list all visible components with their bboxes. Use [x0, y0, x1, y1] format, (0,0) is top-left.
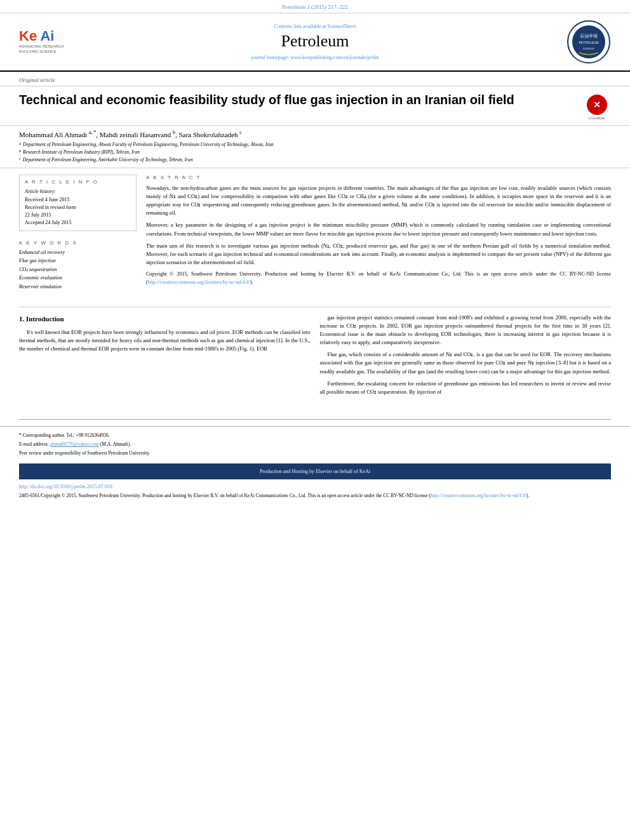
bottom-doi: http://dx.doi.org/10.1016/j.petlm.2015.0…: [0, 479, 630, 491]
keyword-5: Reservoir simulation: [19, 283, 137, 291]
body-para-1: gas injection project statistics remaine…: [320, 314, 612, 347]
left-column: A R T I C L E I N F O Article history: R…: [19, 175, 137, 294]
body-para-2: Flue gas, which consists of a considerab…: [320, 350, 612, 376]
crossmark-icon: ✕: [587, 95, 607, 115]
keywords-box: K E Y W O R D S Enhanced oil recovery Fl…: [19, 237, 137, 294]
abstract-para-1: Nowadays, the non-hydrocarbon gases are …: [146, 184, 611, 218]
publisher-logo: 石油学报 PETROLEUM SCIENCE: [554, 20, 611, 64]
body-two-col: 1. Introduction It's well known that EOR…: [0, 314, 630, 401]
body-col-right: gas injection project statistics remaine…: [320, 314, 612, 401]
keyword-3: CO₂ sequestration: [19, 265, 137, 274]
journal-title: Petroleum: [89, 32, 541, 51]
footnote-divider: [19, 419, 611, 420]
logo-ke: Ke: [19, 28, 37, 44]
article-info-box: A R T I C L E I N F O Article history: R…: [19, 175, 137, 231]
volume-info: Petroleum 1 (2015) 217–222: [0, 0, 630, 13]
accepted-date: Accepted 24 July 2015: [25, 219, 131, 227]
section-divider: [19, 307, 611, 307]
affiliation-c: c Department of Petroleum Engineering, A…: [19, 156, 611, 164]
affiliations: a Department of Petroleum Engineering, A…: [19, 141, 611, 164]
abstract-section: A B S T R A C T Nowadays, the non-hydroc…: [146, 175, 611, 286]
logo-brand: Ke Ai: [19, 29, 54, 43]
keywords-title: K E Y W O R D S: [19, 240, 137, 246]
intro-heading: 1. Introduction: [19, 314, 311, 324]
journal-homepage: journal homepage: www.keaipublishing.com…: [89, 55, 541, 60]
journal-header: Ke Ai ADVANCING RESEARCH EVOLVING SCIENC…: [0, 13, 630, 72]
ke-ai-logo: Ke Ai ADVANCING RESEARCH EVOLVING SCIENC…: [19, 29, 76, 55]
crossmark-badge[interactable]: ✕ CrossMark: [582, 91, 611, 120]
right-column: A B S T R A C T Nowadays, the non-hydroc…: [146, 175, 611, 294]
contents-available: Contents lists available at ScienceDirec…: [89, 23, 541, 29]
crossmark-label: CrossMark: [588, 116, 605, 120]
affiliation-a: a Department of Petroleum Engineering, A…: [19, 141, 611, 149]
logo-ai: Ai: [37, 28, 54, 44]
journal-title-center: Contents lists available at ScienceDirec…: [76, 23, 554, 60]
svg-text:石油学报: 石油学报: [580, 34, 598, 38]
abstract-title: A B S T R A C T: [146, 175, 611, 180]
article-title-section: Technical and economic feasibility study…: [0, 86, 630, 126]
elsevier-footer-banner: Production and Hosting by Elsevier on be…: [19, 463, 611, 479]
footnote-email: E-mail address: ahmadi6776@yahoo.com (M.…: [19, 441, 611, 448]
svg-text:SCIENCE: SCIENCE: [583, 47, 594, 50]
history-title: Article history:: [25, 189, 131, 194]
elsevier-footer-text: Production and Hosting by Elsevier on be…: [260, 469, 370, 474]
received-date: Received 4 June 2015: [25, 196, 131, 204]
bottom-license-link[interactable]: http://creativecommons.org/licenses/by-n…: [431, 493, 526, 498]
authors-list: Mohammad Ali Ahmadi a, *, Mahdi zeinali …: [19, 130, 611, 138]
svg-text:PETROLEUM: PETROLEUM: [579, 41, 598, 44]
affiliation-b: b Research Institute of Petroleum Indust…: [19, 149, 611, 156]
doi-link[interactable]: http://dx.doi.org/10.1016/j.petlm.2015.0…: [19, 484, 112, 490]
article-type: Original article: [0, 72, 630, 86]
volume-text: Petroleum 1 (2015) 217–222: [282, 4, 348, 10]
body-col-left: 1. Introduction It's well known that EOR…: [19, 314, 311, 401]
keyword-2: Flue gas injection: [19, 257, 137, 265]
keyword-1: Enhanced oil recovery: [19, 248, 137, 257]
revised-date: 22 July 2015: [25, 211, 131, 219]
footnote-corresponding: * Corresponding author. Tel.: +98 912636…: [19, 432, 611, 439]
logo-tagline: ADVANCING RESEARCH EVOLVING SCIENCE: [19, 44, 64, 55]
abstract-para-3: The main aim of this research is to inve…: [146, 242, 611, 267]
received-revised-label: Received in revised form: [25, 204, 131, 211]
article-info-title: A R T I C L E I N F O: [25, 179, 131, 185]
publisher-emblem: 石油学报 PETROLEUM SCIENCE: [566, 20, 611, 64]
abstract-para-2: Moreover, a key parameter in the designi…: [146, 221, 611, 237]
license-link[interactable]: http://creativecommons.org/licenses/by-n…: [148, 279, 250, 285]
keyword-4: Economic evaluation: [19, 274, 137, 283]
authors-section: Mohammad Ali Ahmadi a, *, Mahdi zeinali …: [0, 126, 630, 168]
intro-para-1: It's well known that EOR projects have b…: [19, 328, 311, 354]
bottom-copyright: 2405-6561/Copyright © 2015, Southwest Pe…: [0, 491, 630, 504]
body-para-3: Furthermore, the escalating concern for …: [320, 380, 612, 396]
article-title: Technical and economic feasibility study…: [19, 91, 514, 108]
content-area: A R T I C L E I N F O Article history: R…: [0, 168, 630, 300]
abstract-copyright: Copyright © 2015, Southwest Petroleum Un…: [146, 270, 611, 286]
email-link[interactable]: ahmadi6776@yahoo.com: [50, 441, 99, 447]
footnotes-section: * Corresponding author. Tel.: +98 912636…: [0, 426, 630, 463]
footnote-peer-review: Peer review under responsibility of Sout…: [19, 450, 611, 457]
